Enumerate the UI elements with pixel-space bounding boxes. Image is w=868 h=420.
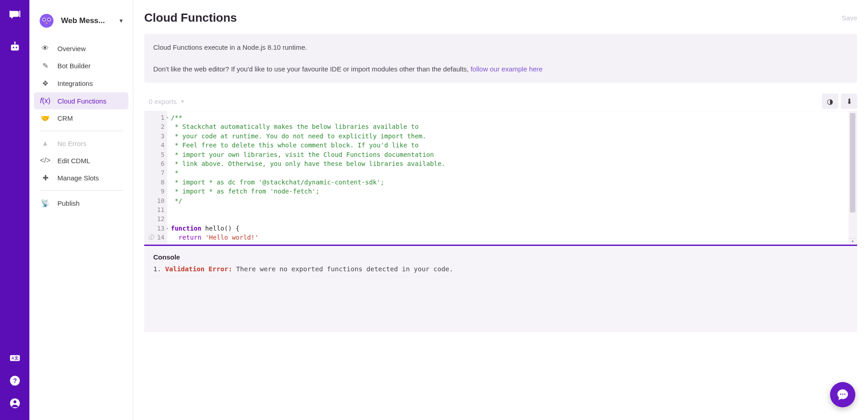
chevron-down-icon: ▼ xyxy=(118,18,124,24)
workspace-selector[interactable]: Web Mess... ▼ xyxy=(29,8,133,40)
workspace-owl-icon xyxy=(38,13,55,29)
svg-point-12 xyxy=(13,401,16,404)
rail-messages-icon[interactable] xyxy=(9,9,21,23)
console-title: Console xyxy=(153,253,848,261)
sidebar-item-publish[interactable]: 📡 Publish xyxy=(34,194,128,212)
svg-rect-2 xyxy=(11,45,19,51)
svg-point-21 xyxy=(844,393,845,395)
editor-code[interactable]: /** * Stackchat automatically makes the … xyxy=(167,111,849,244)
warning-icon: ▲ xyxy=(40,139,50,147)
sidebar-item-label: Bot Builder xyxy=(57,62,90,70)
exports-dropdown[interactable]: 0 exports ▼ xyxy=(144,98,185,105)
app-rail: A文 ? xyxy=(0,0,29,420)
svg-point-6 xyxy=(14,42,15,43)
scrollbar-thumb[interactable] xyxy=(850,113,855,212)
sidebar-item-manage-slots[interactable]: ✚ Manage Slots xyxy=(34,169,128,187)
sidebar-item-edit-cdml[interactable]: </> Edit CDML xyxy=(34,152,128,169)
svg-point-3 xyxy=(13,47,14,48)
console-panel: Console 1. Validation Error: There were … xyxy=(144,246,857,332)
sidebar-item-cloud-functions[interactable]: f(x) Cloud Functions xyxy=(34,92,128,109)
chevron-down-icon: ▼ xyxy=(180,99,185,104)
svg-point-16 xyxy=(43,19,45,21)
svg-rect-1 xyxy=(19,10,20,17)
rail-account-icon[interactable] xyxy=(9,397,21,411)
workspace-name: Web Mess... xyxy=(61,16,118,25)
sidebar-item-errors[interactable]: ▲ No Errors xyxy=(34,135,128,152)
info-line-1: Cloud Functions execute in a Node.js 8.1… xyxy=(153,42,848,53)
chat-icon xyxy=(836,388,849,401)
editor-scrollbar[interactable]: ▴ ▾ xyxy=(849,111,857,244)
pencil-icon: ✎ xyxy=(40,61,50,70)
sidebar-item-label: Manage Slots xyxy=(57,174,99,182)
rail-help-icon[interactable]: ? xyxy=(9,375,21,388)
eye-icon: 👁 xyxy=(40,44,50,52)
svg-point-13 xyxy=(40,14,54,28)
sidebar: Web Mess... ▼ 👁 Overview ✎ Bot Builder ❖… xyxy=(29,0,133,420)
puzzle-icon: ✚ xyxy=(40,174,50,182)
code-icon: </> xyxy=(40,156,50,165)
rail-language-icon[interactable]: A文 xyxy=(9,352,21,366)
svg-point-20 xyxy=(842,393,844,395)
sidebar-item-label: No Errors xyxy=(57,140,86,147)
sidebar-item-label: CRM xyxy=(57,114,73,122)
sidebar-item-label: Overview xyxy=(57,45,86,52)
save-button[interactable]: Save xyxy=(842,14,857,22)
svg-point-19 xyxy=(840,393,841,395)
console-line: 1. Validation Error: There were no expor… xyxy=(153,265,848,273)
info-line-2: Don't like the web editor? If you'd like… xyxy=(153,65,471,73)
handshake-icon: 🤝 xyxy=(40,114,50,123)
svg-rect-0 xyxy=(9,10,10,17)
sidebar-item-overview[interactable]: 👁 Overview xyxy=(34,40,128,57)
info-banner: Cloud Functions execute in a Node.js 8.1… xyxy=(144,34,857,83)
svg-text:?: ? xyxy=(13,377,17,384)
svg-text:A文: A文 xyxy=(11,356,18,360)
rail-bot-icon[interactable] xyxy=(9,41,21,54)
info-link[interactable]: follow our example here xyxy=(471,65,542,73)
sidebar-item-bot-builder[interactable]: ✎ Bot Builder xyxy=(34,57,128,75)
svg-point-4 xyxy=(15,47,17,48)
editor-gutter: 1234567891011121314 xyxy=(145,111,167,244)
toggle-icon: ◑ xyxy=(827,97,833,106)
sidebar-item-label: Cloud Functions xyxy=(57,97,106,105)
download-icon: ⬇ xyxy=(846,97,852,106)
broadcast-icon: 📡 xyxy=(40,199,50,208)
svg-point-17 xyxy=(48,19,50,21)
sidebar-item-crm[interactable]: 🤝 CRM xyxy=(34,109,128,127)
sidebar-item-label: Publish xyxy=(57,199,80,207)
sidebar-item-integrations[interactable]: ❖ Integrations xyxy=(34,75,128,92)
sidebar-item-label: Edit CDML xyxy=(57,157,90,165)
page-title: Cloud Functions xyxy=(144,11,237,25)
code-editor[interactable]: 1234567891011121314 /** * Stackchat auto… xyxy=(144,111,857,245)
exports-label: 0 exports xyxy=(149,98,177,105)
toggle-preview-button[interactable]: ◑ xyxy=(822,94,838,109)
download-button[interactable]: ⬇ xyxy=(841,94,857,109)
main-content: Cloud Functions Save Cloud Functions exe… xyxy=(133,0,868,420)
fx-icon: f(x) xyxy=(40,97,50,105)
sidebar-item-label: Integrations xyxy=(57,80,93,87)
layers-icon: ❖ xyxy=(40,79,50,88)
chat-fab-button[interactable] xyxy=(830,382,855,407)
